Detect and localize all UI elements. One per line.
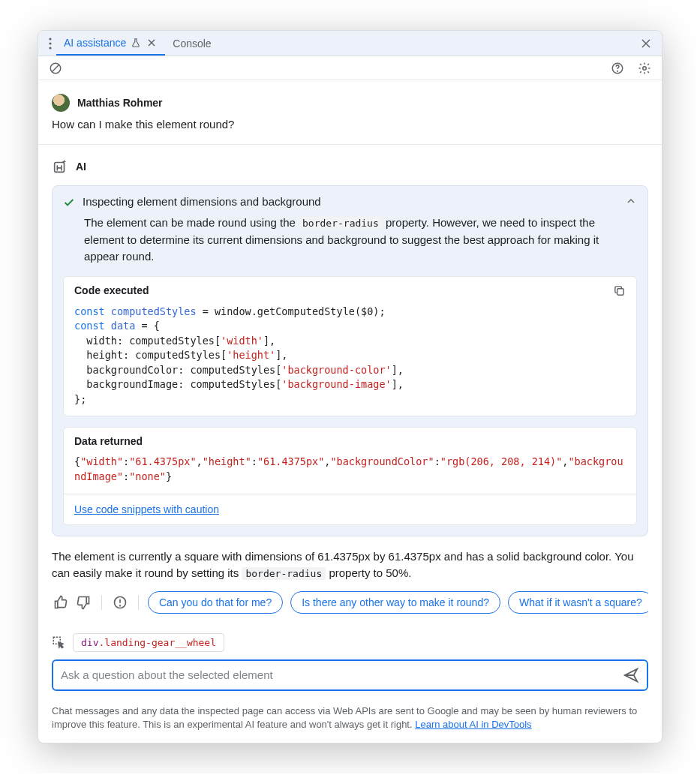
avatar xyxy=(52,94,70,112)
inspection-title: Inspecting element dimensions and backgr… xyxy=(83,195,321,208)
prompt-input[interactable] xyxy=(61,668,623,681)
close-panel-icon[interactable] xyxy=(636,38,656,49)
flask-icon xyxy=(131,38,141,48)
chevron-up-icon xyxy=(625,195,637,207)
code-executed-label: Code executed xyxy=(74,284,149,296)
user-name: Matthias Rohmer xyxy=(77,97,163,109)
svg-point-0 xyxy=(49,38,51,40)
data-returned-card: Data returned {"width":"61.4375px","heig… xyxy=(63,427,637,524)
check-icon xyxy=(63,197,75,209)
toolbar xyxy=(38,56,662,80)
suggestion-chip[interactable]: What if it wasn't a square? xyxy=(508,591,648,614)
svg-point-6 xyxy=(643,66,647,70)
prompt-input-row xyxy=(52,659,648,691)
inspection-header[interactable]: Inspecting element dimensions and backgr… xyxy=(63,195,637,209)
send-icon[interactable] xyxy=(623,667,639,683)
svg-point-10 xyxy=(120,605,121,605)
ai-label: AI xyxy=(76,161,86,173)
svg-rect-8 xyxy=(617,288,624,295)
inspection-step: Inspecting element dimensions and backgr… xyxy=(52,185,648,536)
code-executed-card: Code executed const computedStyles = win… xyxy=(63,276,637,417)
devtools-panel: AI assistance Console xyxy=(38,30,662,743)
thumbs-down-icon[interactable] xyxy=(74,593,92,611)
select-element-icon[interactable] xyxy=(52,635,65,649)
code-inline: border-radius xyxy=(299,217,383,230)
ai-summary: The element is currently a square with d… xyxy=(52,548,648,582)
user-header: Matthias Rohmer xyxy=(52,94,648,112)
inspection-description: The element can be made round using the … xyxy=(63,209,637,266)
tab-label: Console xyxy=(173,38,211,50)
ai-header: AI xyxy=(52,145,648,185)
disclaimer-link[interactable]: Learn about AI in DevTools xyxy=(415,719,531,730)
more-menu-icon[interactable] xyxy=(44,38,56,50)
svg-point-1 xyxy=(49,42,51,44)
report-icon[interactable] xyxy=(111,593,129,611)
element-chip[interactable]: div.landing-gear__wheel xyxy=(73,633,224,652)
help-icon[interactable] xyxy=(608,59,627,78)
user-message: How can I make this element round? xyxy=(52,118,648,131)
svg-point-2 xyxy=(49,47,51,49)
feedback-row: Can you do that for me? Is there any oth… xyxy=(52,591,648,614)
svg-point-5 xyxy=(617,71,618,71)
tab-label: AI assistance xyxy=(64,37,126,49)
tab-ai-assistance[interactable]: AI assistance xyxy=(56,31,165,56)
suggestion-chip[interactable]: Is there any other way to make it round? xyxy=(290,591,500,614)
gear-icon[interactable] xyxy=(635,59,654,78)
code-block: const computedStyles = window.getCompute… xyxy=(64,302,636,416)
selected-element-row: div.landing-gear__wheel xyxy=(38,633,662,659)
code-inline: border-radius xyxy=(242,567,326,580)
ai-sparkle-icon xyxy=(52,158,68,175)
svg-rect-7 xyxy=(55,163,65,173)
data-returned-label: Data returned xyxy=(74,435,143,447)
suggestion-chip[interactable]: Can you do that for me? xyxy=(148,591,283,614)
conversation: Matthias Rohmer How can I make this elem… xyxy=(38,80,662,633)
tab-bar: AI assistance Console xyxy=(38,31,662,56)
tab-console[interactable]: Console xyxy=(165,31,218,56)
suggestion-chips: Can you do that for me? Is there any oth… xyxy=(148,591,648,614)
cancel-icon[interactable] xyxy=(46,59,65,78)
copy-icon[interactable] xyxy=(613,284,626,297)
close-icon[interactable] xyxy=(146,37,158,49)
thumbs-up-icon[interactable] xyxy=(52,593,70,611)
data-block: {"width":"61.4375px","height":"61.4375px… xyxy=(64,452,636,493)
disclaimer: Chat messages and any data the inspected… xyxy=(38,698,662,743)
caution-link[interactable]: Use code snippets with caution xyxy=(64,494,636,524)
